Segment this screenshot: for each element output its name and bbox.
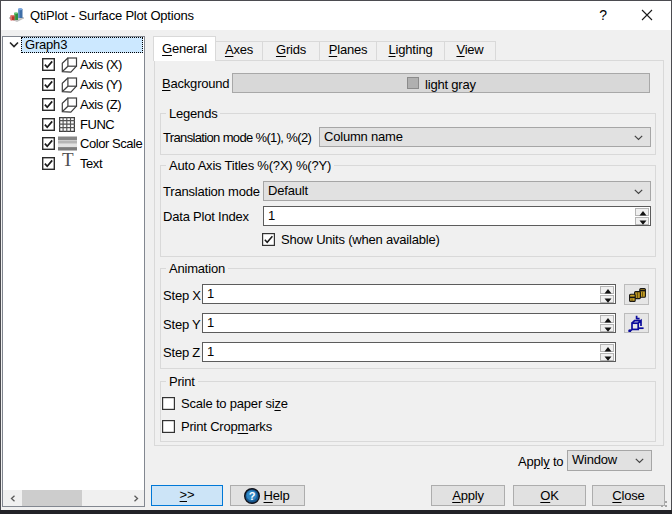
- svg-text:?: ?: [249, 490, 256, 502]
